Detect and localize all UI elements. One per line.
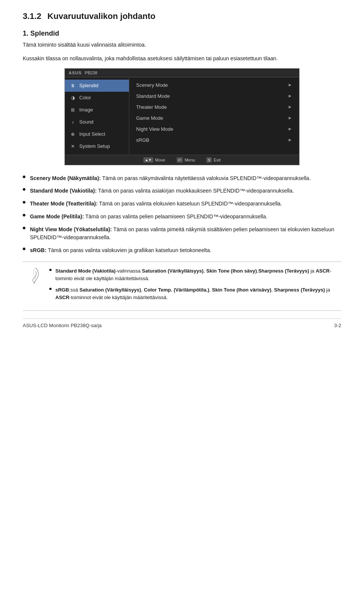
footer-move[interactable]: ▲▼ Move xyxy=(143,157,165,163)
intro-text-2: Kussakin tilassa on nollausvalinta, joka… xyxy=(23,54,341,63)
bullet-dot-game xyxy=(23,214,25,216)
footer-right: 3-2 xyxy=(334,323,341,328)
monitor-main: Scenery Mode ► Standard Mode ► Theater M… xyxy=(129,77,299,155)
term-srgb: sRGB: xyxy=(30,247,47,253)
move-label: Move xyxy=(155,158,165,162)
monitor-footer: ▲▼ Move ↵ Menu S Exit xyxy=(65,155,299,165)
menu-label-standard: Standard Mode xyxy=(136,93,170,99)
arrow-srgb: ► xyxy=(288,137,292,143)
section-header: 3.1.2 Kuvaruutuvalikon johdanto xyxy=(23,11,341,21)
bullet-text-game: Game Mode (Pelitila): Tämä on paras vali… xyxy=(30,213,341,221)
bullet-dot-nightview xyxy=(23,227,25,229)
sidebar-item-input[interactable]: ⊕ Input Select xyxy=(65,128,129,140)
sidebar-item-sound[interactable]: ♪ Sound xyxy=(65,116,129,128)
menu-label-theater: Theater Mode xyxy=(136,104,167,110)
splendid-icon: S xyxy=(69,82,76,89)
arrow-theater: ► xyxy=(288,104,292,110)
feature-bullet-list: Scenery Mode (Näkymätila): Tämä on paras… xyxy=(23,174,341,255)
exit-label: Exit xyxy=(213,158,220,162)
menu-item-standard[interactable]: Standard Mode ► xyxy=(129,91,299,102)
note-text-1: Standard Mode (Vakiotila)-valinnassa Sat… xyxy=(55,267,335,282)
sidebar-label-color: Color xyxy=(79,95,91,100)
term-theater: Theater Mode (Teatteritila): xyxy=(30,201,98,207)
sidebar-item-splendid[interactable]: S Splendid xyxy=(65,80,129,92)
term-scenery: Scenery Mode (Näkymätila): xyxy=(30,175,101,181)
bullet-dot-scenery xyxy=(23,176,25,178)
color-icon: ◑ xyxy=(69,94,76,101)
move-icon: ▲▼ xyxy=(143,157,153,163)
arrow-nightview: ► xyxy=(288,126,292,132)
menu-item-srgb[interactable]: sRGB ► xyxy=(129,135,299,146)
term-game: Game Mode (Pelitila): xyxy=(30,213,84,219)
bullet-dot-theater xyxy=(23,201,25,204)
section-title: Kuvaruutuvalikon johdanto xyxy=(47,11,155,21)
list-item-scenery: Scenery Mode (Näkymätila): Tämä on paras… xyxy=(23,174,341,183)
bullet-dot-standard xyxy=(23,188,25,191)
splendid-title: 1. Splendid xyxy=(23,30,341,38)
sidebar-item-image[interactable]: ⊞ Image xyxy=(65,104,129,116)
sidebar-label-splendid: Splendid xyxy=(79,83,99,88)
desc-game: Tämä on paras valinta pelien pelaamiseen… xyxy=(85,213,267,219)
sidebar-label-image: Image xyxy=(79,107,93,113)
list-item-theater: Theater Mode (Teatteritila): Tämä on par… xyxy=(23,200,341,208)
arrow-game: ► xyxy=(288,115,292,121)
desc-srgb: Tämä on paras valinta valokuvien ja graf… xyxy=(48,247,211,253)
sidebar-item-system[interactable]: ✕ System Setup xyxy=(65,140,129,152)
desc-scenery: Tämä on paras näkymävalinta näytettäessä… xyxy=(102,175,311,181)
list-item-standard: Standard Mode (Vakiotila): Tämä on paras… xyxy=(23,187,341,195)
input-icon: ⊕ xyxy=(69,131,76,138)
intro-text-1: Tämä toiminto sisältää kuusi valinnaista… xyxy=(23,41,341,49)
sidebar-item-color[interactable]: ◑ Color xyxy=(65,92,129,104)
term-standard: Standard Mode (Vakiotila): xyxy=(30,188,97,194)
section-number: 3.1.2 xyxy=(23,11,41,21)
monitor-ui: ASUS PB238 S Splendid ◑ Color ⊞ Image ♪ … xyxy=(64,68,300,165)
image-icon: ⊞ xyxy=(69,107,76,113)
footer-menu[interactable]: ↵ Menu xyxy=(177,157,195,163)
list-item-srgb: sRGB: Tämä on paras valinta valokuvien j… xyxy=(23,246,341,255)
note-bullet-dot-2 xyxy=(49,288,52,290)
menu-label-game: Game Mode xyxy=(136,115,163,121)
sidebar-label-system: System Setup xyxy=(79,143,110,149)
bullet-text-srgb: sRGB: Tämä on paras valinta valokuvien j… xyxy=(30,246,341,255)
sidebar-label-input: Input Select xyxy=(79,131,105,137)
note-text-2: sRGB:ssä Saturation (Värikylläisyys), Co… xyxy=(55,286,335,301)
arrow-scenery: ► xyxy=(288,82,292,88)
menu-item-game[interactable]: Game Mode ► xyxy=(129,113,299,124)
menu-label-nightview: Night View Mode xyxy=(136,126,173,132)
note-content: Standard Mode (Vakiotila)-valinnassa Sat… xyxy=(49,267,335,306)
note-bullet-dot-1 xyxy=(49,269,52,271)
note-box: Standard Mode (Vakiotila)-valinnassa Sat… xyxy=(23,262,341,311)
menu-label-srgb: sRGB xyxy=(136,137,149,143)
menu-label-footer: Menu xyxy=(185,158,195,162)
desc-standard: Tämä on paras valinta asiakirjan muokkau… xyxy=(98,188,294,194)
arrow-standard: ► xyxy=(288,93,292,99)
footer-exit[interactable]: S Exit xyxy=(206,157,220,163)
bullet-text-standard: Standard Mode (Vakiotila): Tämä on paras… xyxy=(30,187,341,195)
menu-icon: ↵ xyxy=(177,157,183,163)
term-nightview: Night View Mode (Yökatselutila): xyxy=(30,226,112,232)
menu-item-nightview[interactable]: Night View Mode ► xyxy=(129,124,299,135)
bullet-dot-srgb xyxy=(23,248,25,250)
desc-theater: Tämä on paras valinta elokuvien katseluu… xyxy=(99,201,282,207)
sidebar-label-sound: Sound xyxy=(79,119,94,125)
menu-item-theater[interactable]: Theater Mode ► xyxy=(129,102,299,113)
note-icon xyxy=(29,267,44,285)
monitor-brand: ASUS xyxy=(69,71,82,75)
note-bullet-1: Standard Mode (Vakiotila)-valinnassa Sat… xyxy=(49,267,335,282)
monitor-model: PB238 xyxy=(85,71,97,75)
sound-icon: ♪ xyxy=(69,119,76,125)
monitor-titlebar: ASUS PB238 xyxy=(65,69,299,77)
system-icon: ✕ xyxy=(69,143,76,150)
list-item-game: Game Mode (Pelitila): Tämä on paras vali… xyxy=(23,213,341,221)
footer-left: ASUS-LCD Monitorin PB238Q-sarja xyxy=(23,323,102,328)
page-footer: ASUS-LCD Monitorin PB238Q-sarja 3-2 xyxy=(23,318,341,328)
monitor-sidebar: S Splendid ◑ Color ⊞ Image ♪ Sound ⊕ Inp… xyxy=(65,77,129,155)
note-bullet-2: sRGB:ssä Saturation (Värikylläisyys), Co… xyxy=(49,286,335,301)
monitor-content: S Splendid ◑ Color ⊞ Image ♪ Sound ⊕ Inp… xyxy=(65,77,299,155)
list-item-nightview: Night View Mode (Yökatselutila): Tämä on… xyxy=(23,226,341,242)
menu-item-scenery[interactable]: Scenery Mode ► xyxy=(129,80,299,91)
bullet-text-scenery: Scenery Mode (Näkymätila): Tämä on paras… xyxy=(30,174,341,183)
menu-label-scenery: Scenery Mode xyxy=(136,82,168,88)
exit-icon: S xyxy=(206,157,212,163)
bullet-text-theater: Theater Mode (Teatteritila): Tämä on par… xyxy=(30,200,341,208)
